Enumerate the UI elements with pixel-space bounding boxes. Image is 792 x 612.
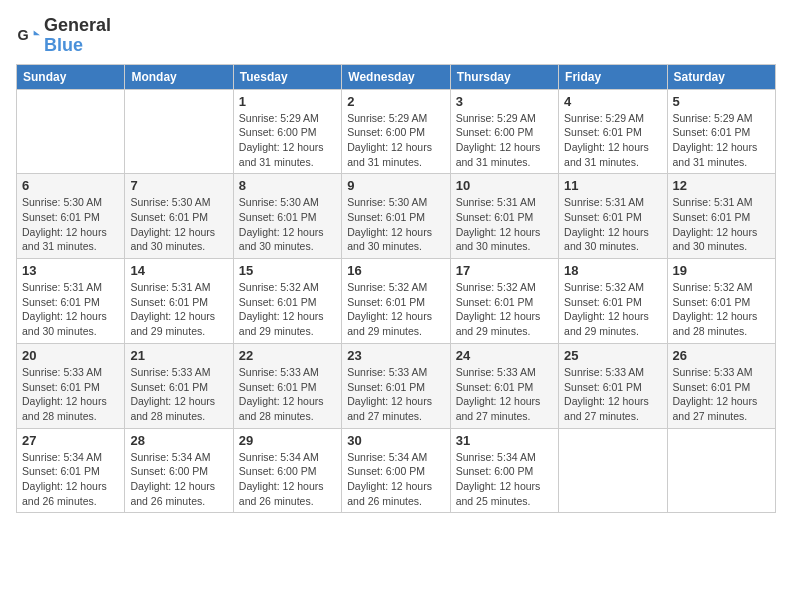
svg-marker-1 [34,30,40,35]
day-info: Sunrise: 5:33 AM Sunset: 6:01 PM Dayligh… [456,365,553,424]
header-thursday: Thursday [450,64,558,89]
day-info: Sunrise: 5:30 AM Sunset: 6:01 PM Dayligh… [239,195,336,254]
day-info: Sunrise: 5:31 AM Sunset: 6:01 PM Dayligh… [456,195,553,254]
calendar-cell: 2Sunrise: 5:29 AM Sunset: 6:00 PM Daylig… [342,89,450,174]
day-number: 3 [456,94,553,109]
calendar-cell: 27Sunrise: 5:34 AM Sunset: 6:01 PM Dayli… [17,428,125,513]
day-number: 29 [239,433,336,448]
day-number: 10 [456,178,553,193]
calendar-cell: 18Sunrise: 5:32 AM Sunset: 6:01 PM Dayli… [559,259,667,344]
day-info: Sunrise: 5:34 AM Sunset: 6:00 PM Dayligh… [347,450,444,509]
day-number: 25 [564,348,661,363]
calendar-cell: 30Sunrise: 5:34 AM Sunset: 6:00 PM Dayli… [342,428,450,513]
day-number: 7 [130,178,227,193]
day-number: 21 [130,348,227,363]
calendar-cell: 1Sunrise: 5:29 AM Sunset: 6:00 PM Daylig… [233,89,341,174]
day-number: 4 [564,94,661,109]
day-info: Sunrise: 5:29 AM Sunset: 6:00 PM Dayligh… [456,111,553,170]
calendar-cell [17,89,125,174]
header-tuesday: Tuesday [233,64,341,89]
day-number: 18 [564,263,661,278]
calendar-header-row: SundayMondayTuesdayWednesdayThursdayFrid… [17,64,776,89]
day-info: Sunrise: 5:33 AM Sunset: 6:01 PM Dayligh… [347,365,444,424]
calendar-cell: 4Sunrise: 5:29 AM Sunset: 6:01 PM Daylig… [559,89,667,174]
day-number: 12 [673,178,770,193]
calendar-cell [559,428,667,513]
calendar-cell: 19Sunrise: 5:32 AM Sunset: 6:01 PM Dayli… [667,259,775,344]
day-info: Sunrise: 5:30 AM Sunset: 6:01 PM Dayligh… [130,195,227,254]
day-number: 31 [456,433,553,448]
day-info: Sunrise: 5:31 AM Sunset: 6:01 PM Dayligh… [22,280,119,339]
day-info: Sunrise: 5:33 AM Sunset: 6:01 PM Dayligh… [130,365,227,424]
day-info: Sunrise: 5:33 AM Sunset: 6:01 PM Dayligh… [239,365,336,424]
logo-text-general: General [44,16,111,36]
day-info: Sunrise: 5:32 AM Sunset: 6:01 PM Dayligh… [673,280,770,339]
calendar-cell: 9Sunrise: 5:30 AM Sunset: 6:01 PM Daylig… [342,174,450,259]
day-number: 17 [456,263,553,278]
day-number: 9 [347,178,444,193]
calendar-week-2: 6Sunrise: 5:30 AM Sunset: 6:01 PM Daylig… [17,174,776,259]
day-info: Sunrise: 5:30 AM Sunset: 6:01 PM Dayligh… [347,195,444,254]
calendar-cell: 31Sunrise: 5:34 AM Sunset: 6:00 PM Dayli… [450,428,558,513]
calendar-cell: 20Sunrise: 5:33 AM Sunset: 6:01 PM Dayli… [17,343,125,428]
calendar-cell: 17Sunrise: 5:32 AM Sunset: 6:01 PM Dayli… [450,259,558,344]
day-info: Sunrise: 5:32 AM Sunset: 6:01 PM Dayligh… [239,280,336,339]
day-number: 5 [673,94,770,109]
calendar-cell: 5Sunrise: 5:29 AM Sunset: 6:01 PM Daylig… [667,89,775,174]
logo-icon: G [16,24,40,48]
calendar-cell: 7Sunrise: 5:30 AM Sunset: 6:01 PM Daylig… [125,174,233,259]
day-number: 19 [673,263,770,278]
calendar-cell: 21Sunrise: 5:33 AM Sunset: 6:01 PM Dayli… [125,343,233,428]
calendar-cell: 11Sunrise: 5:31 AM Sunset: 6:01 PM Dayli… [559,174,667,259]
calendar-cell: 6Sunrise: 5:30 AM Sunset: 6:01 PM Daylig… [17,174,125,259]
day-number: 15 [239,263,336,278]
day-info: Sunrise: 5:34 AM Sunset: 6:00 PM Dayligh… [130,450,227,509]
day-info: Sunrise: 5:32 AM Sunset: 6:01 PM Dayligh… [347,280,444,339]
day-info: Sunrise: 5:31 AM Sunset: 6:01 PM Dayligh… [130,280,227,339]
day-info: Sunrise: 5:33 AM Sunset: 6:01 PM Dayligh… [564,365,661,424]
day-number: 6 [22,178,119,193]
day-number: 2 [347,94,444,109]
day-info: Sunrise: 5:33 AM Sunset: 6:01 PM Dayligh… [22,365,119,424]
calendar-cell: 3Sunrise: 5:29 AM Sunset: 6:00 PM Daylig… [450,89,558,174]
day-info: Sunrise: 5:29 AM Sunset: 6:00 PM Dayligh… [239,111,336,170]
day-info: Sunrise: 5:29 AM Sunset: 6:01 PM Dayligh… [564,111,661,170]
day-number: 22 [239,348,336,363]
calendar-cell: 8Sunrise: 5:30 AM Sunset: 6:01 PM Daylig… [233,174,341,259]
header-monday: Monday [125,64,233,89]
day-number: 28 [130,433,227,448]
calendar-cell [125,89,233,174]
calendar-cell: 26Sunrise: 5:33 AM Sunset: 6:01 PM Dayli… [667,343,775,428]
day-number: 14 [130,263,227,278]
calendar-week-4: 20Sunrise: 5:33 AM Sunset: 6:01 PM Dayli… [17,343,776,428]
calendar-cell: 13Sunrise: 5:31 AM Sunset: 6:01 PM Dayli… [17,259,125,344]
calendar-table: SundayMondayTuesdayWednesdayThursdayFrid… [16,64,776,514]
day-info: Sunrise: 5:31 AM Sunset: 6:01 PM Dayligh… [564,195,661,254]
calendar-cell [667,428,775,513]
calendar-cell: 29Sunrise: 5:34 AM Sunset: 6:00 PM Dayli… [233,428,341,513]
calendar-cell: 10Sunrise: 5:31 AM Sunset: 6:01 PM Dayli… [450,174,558,259]
header-friday: Friday [559,64,667,89]
calendar-cell: 24Sunrise: 5:33 AM Sunset: 6:01 PM Dayli… [450,343,558,428]
day-number: 30 [347,433,444,448]
svg-text:G: G [18,27,29,43]
day-info: Sunrise: 5:34 AM Sunset: 6:01 PM Dayligh… [22,450,119,509]
calendar-cell: 16Sunrise: 5:32 AM Sunset: 6:01 PM Dayli… [342,259,450,344]
calendar-cell: 25Sunrise: 5:33 AM Sunset: 6:01 PM Dayli… [559,343,667,428]
logo-text-blue: Blue [44,36,111,56]
day-number: 1 [239,94,336,109]
day-info: Sunrise: 5:29 AM Sunset: 6:01 PM Dayligh… [673,111,770,170]
header-saturday: Saturday [667,64,775,89]
calendar-week-1: 1Sunrise: 5:29 AM Sunset: 6:00 PM Daylig… [17,89,776,174]
header-sunday: Sunday [17,64,125,89]
calendar-week-3: 13Sunrise: 5:31 AM Sunset: 6:01 PM Dayli… [17,259,776,344]
day-number: 8 [239,178,336,193]
calendar-week-5: 27Sunrise: 5:34 AM Sunset: 6:01 PM Dayli… [17,428,776,513]
calendar-cell: 15Sunrise: 5:32 AM Sunset: 6:01 PM Dayli… [233,259,341,344]
day-number: 13 [22,263,119,278]
day-info: Sunrise: 5:34 AM Sunset: 6:00 PM Dayligh… [456,450,553,509]
calendar-cell: 28Sunrise: 5:34 AM Sunset: 6:00 PM Dayli… [125,428,233,513]
calendar-cell: 14Sunrise: 5:31 AM Sunset: 6:01 PM Dayli… [125,259,233,344]
day-info: Sunrise: 5:29 AM Sunset: 6:00 PM Dayligh… [347,111,444,170]
day-number: 16 [347,263,444,278]
